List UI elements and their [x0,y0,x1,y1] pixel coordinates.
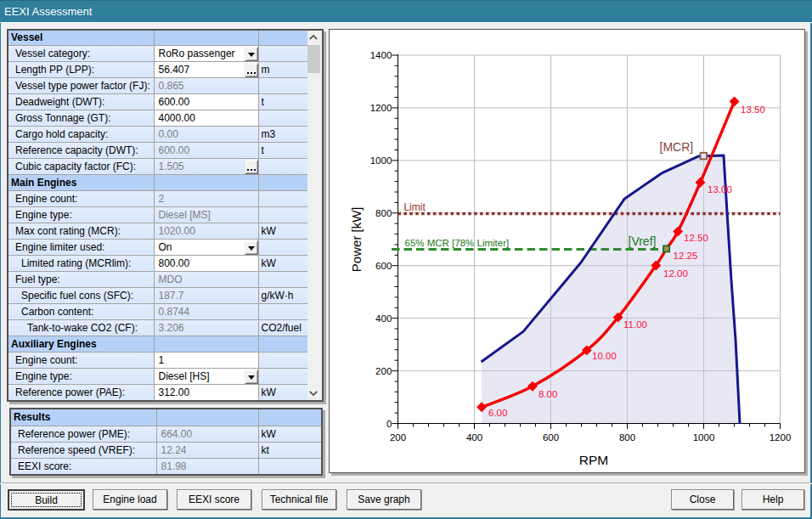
svg-text:12.50: 12.50 [684,233,708,243]
svg-text:13.00: 13.00 [708,184,732,195]
svg-text:200: 200 [375,366,392,376]
svg-text:65% MCR [78% Limiter]: 65% MCR [78% Limiter] [405,238,510,248]
svg-text:800: 800 [375,208,392,218]
svg-text:800: 800 [619,432,635,443]
svg-text:12.00: 12.00 [663,268,688,279]
svg-text:6.00: 6.00 [488,408,507,418]
svg-text:0: 0 [386,419,392,429]
svg-text:400: 400 [375,313,392,324]
svg-text:Limit: Limit [403,201,426,213]
svg-text:11.00: 11.00 [623,319,647,330]
svg-text:1000: 1000 [693,432,715,443]
svg-text:600: 600 [375,261,392,271]
svg-text:200: 200 [390,432,406,443]
svg-text:1400: 1400 [370,50,392,60]
svg-text:12.25: 12.25 [674,251,698,261]
svg-text:[MCR]: [MCR] [660,140,694,154]
svg-text:Power [kW]: Power [kW] [349,206,364,272]
svg-text:RPM: RPM [579,453,608,467]
svg-text:600: 600 [543,432,559,443]
svg-text:1200: 1200 [370,103,392,113]
svg-text:400: 400 [466,432,482,443]
svg-text:10.00: 10.00 [592,351,617,361]
svg-text:13.50: 13.50 [741,104,765,115]
svg-text:1200: 1200 [770,432,792,443]
svg-text:[Vref]: [Vref] [629,234,657,248]
svg-text:1000: 1000 [370,155,392,166]
svg-text:8.00: 8.00 [539,389,557,399]
